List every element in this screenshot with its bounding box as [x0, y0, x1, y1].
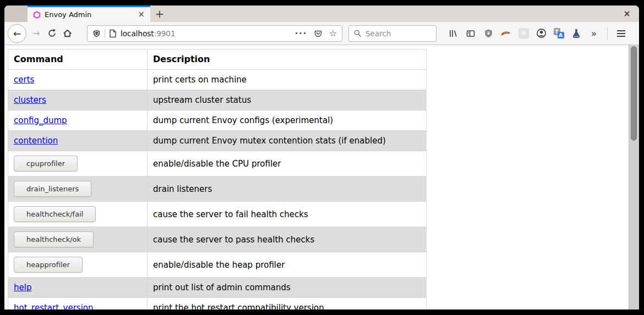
reload-button[interactable]	[44, 26, 59, 41]
tab-title: Envoy Admin	[45, 10, 132, 19]
table-row: contention dump current Envoy mutex cont…	[8, 131, 427, 151]
command-button-drain-listeners[interactable]: drain_listeners	[14, 181, 91, 197]
url-text[interactable]: localhost:9901	[121, 29, 291, 38]
home-button[interactable]	[59, 26, 75, 41]
command-link-help[interactable]: help	[14, 283, 31, 292]
bookmark-star-icon[interactable]: ☆	[329, 28, 337, 38]
translate-letter: A	[558, 32, 564, 38]
snowflake-glyph: ❄	[519, 28, 529, 38]
table-row: drain_listeners drain listeners	[8, 176, 427, 202]
description-cell: dump current Envoy configs (experimental…	[148, 110, 427, 131]
browser-window: Envoy Admin × + × ← →	[4, 5, 639, 310]
url-bar[interactable]: localhost:9901 ••• ☆	[87, 25, 342, 42]
tab-bar: Envoy Admin × + ×	[4, 5, 639, 22]
tab-envoy-admin[interactable]: Envoy Admin ×	[28, 5, 150, 22]
command-button-healthcheck-fail[interactable]: healthcheck/fail	[14, 206, 96, 222]
vertical-scrollbar[interactable]	[629, 45, 639, 310]
tab-close-icon[interactable]: ×	[135, 10, 147, 19]
fox-extension-icon[interactable]	[498, 26, 514, 41]
forward-button[interactable]: →	[29, 26, 44, 41]
description-cell: cause the server to fail health checks	[148, 202, 427, 227]
urlbar-separator	[105, 29, 105, 38]
description-cell: cause the server to pass health checks	[148, 227, 427, 252]
envoy-favicon-icon	[33, 11, 41, 19]
toolbar-icon-group: ❄ T A »	[445, 26, 629, 41]
description-cell: print out list of admin commands	[148, 278, 427, 298]
admin-commands-table: Command Description certs print certs on…	[8, 49, 427, 310]
back-button[interactable]: ←	[8, 24, 26, 43]
library-icon[interactable]	[445, 26, 461, 41]
table-row: certs print certs on machine	[8, 70, 427, 90]
urlbar-actions: ••• ☆	[294, 28, 337, 38]
pocket-icon[interactable]	[314, 29, 323, 38]
search-bar[interactable]: Search	[348, 25, 436, 42]
url-port: :9901	[154, 29, 176, 38]
search-icon	[353, 29, 362, 37]
tracking-protection-shield-icon[interactable]	[92, 29, 101, 38]
description-cell: enable/disable the CPU profiler	[148, 151, 427, 176]
hamburger-menu-icon[interactable]	[613, 26, 629, 41]
page-actions-icon[interactable]: •••	[294, 30, 307, 37]
command-column-header: Command	[8, 49, 148, 70]
command-link-config-dump[interactable]: config_dump	[14, 115, 67, 125]
command-link-clusters[interactable]: clusters	[14, 95, 46, 105]
new-tab-button[interactable]: +	[150, 5, 169, 22]
flask-extension-icon[interactable]	[569, 26, 584, 41]
sidebar-toggle-icon[interactable]	[463, 26, 478, 41]
table-row: healthcheck/ok cause the server to pass …	[8, 227, 427, 252]
description-cell: print the hot restart compatibility vers…	[148, 298, 427, 310]
table-row: healthcheck/fail cause the server to fai…	[8, 202, 427, 227]
command-button-heapprofiler[interactable]: heapprofiler	[14, 257, 83, 273]
tab-bar-drag-space	[169, 5, 615, 22]
description-cell: print certs on machine	[148, 70, 427, 90]
account-icon[interactable]	[533, 26, 549, 41]
command-link-certs[interactable]: certs	[14, 75, 34, 85]
overflow-menu-icon[interactable]: »	[586, 26, 602, 41]
table-row: help print out list of admin commands	[8, 278, 427, 298]
command-link-contention[interactable]: contention	[14, 136, 58, 146]
table-header-row: Command Description	[8, 49, 427, 70]
command-button-cpuprofiler[interactable]: cpuprofiler	[14, 156, 78, 172]
translate-extension-icon[interactable]: T A	[551, 26, 566, 41]
description-cell: upstream cluster status	[148, 90, 427, 110]
table-row: cpuprofiler enable/disable the CPU profi…	[8, 151, 427, 176]
description-cell: drain listeners	[148, 176, 427, 202]
toolbar-separator	[607, 27, 608, 40]
table-row: config_dump dump current Envoy configs (…	[8, 110, 427, 131]
shield-lock-extension-icon[interactable]	[481, 26, 496, 41]
page-content: Command Description certs print certs on…	[4, 45, 639, 310]
command-link-hot-restart-version[interactable]: hot_restart_version	[14, 303, 94, 310]
url-host: localhost	[121, 29, 154, 38]
navigation-toolbar: ← →	[4, 22, 639, 45]
envoy-admin-page: Command Description certs print certs on…	[4, 45, 629, 310]
search-placeholder: Search	[365, 29, 391, 38]
table-row: clusters upstream cluster status	[8, 90, 427, 110]
snowflake-extension-icon[interactable]: ❄	[516, 26, 531, 41]
description-cell: dump current Envoy mutex contention stat…	[148, 131, 427, 151]
scrollbar-thumb[interactable]	[631, 46, 637, 141]
page-info-icon[interactable]	[109, 29, 117, 38]
table-row: heapprofiler enable/disable the heap pro…	[8, 252, 427, 278]
table-row: hot_restart_version print the hot restar…	[8, 298, 427, 310]
titlebar-spacer	[4, 5, 28, 22]
command-button-healthcheck-ok[interactable]: healthcheck/ok	[14, 231, 94, 247]
description-column-header: Description	[148, 49, 427, 70]
window-close-button[interactable]: ×	[615, 5, 639, 22]
description-cell: enable/disable the heap profiler	[148, 252, 427, 278]
